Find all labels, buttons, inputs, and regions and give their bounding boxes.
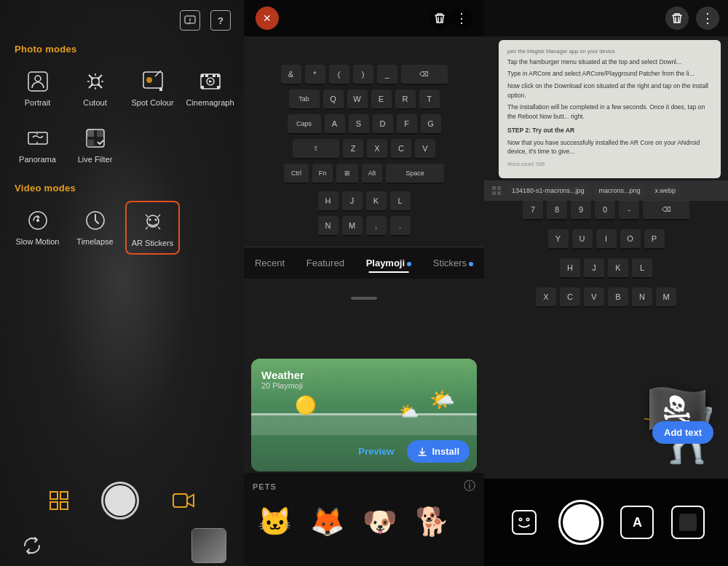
mode-spot-colour[interactable]: Spot Colour bbox=[125, 62, 180, 113]
file-chip-1[interactable]: 134180-s1-macrons...jpg bbox=[507, 186, 589, 196]
key-t: T bbox=[419, 89, 440, 110]
cloud-emoji: ⛅ bbox=[399, 402, 419, 421]
doc-line-3: Type in ARCore and select ARCore/Playgro… bbox=[507, 69, 712, 79]
doc-line-6: STEP 2: Try out the AR bbox=[507, 126, 712, 135]
doc-line-2: Tap the hamburger menu situated at the t… bbox=[507, 57, 712, 67]
svg-rect-31 bbox=[60, 492, 68, 499]
mode-live-filter[interactable]: Live Filter bbox=[68, 119, 122, 170]
svg-rect-34 bbox=[173, 494, 187, 507]
flip-camera-button[interactable] bbox=[17, 531, 47, 560]
ar-stickers-icon bbox=[139, 208, 167, 236]
preview-button[interactable]: Preview bbox=[349, 440, 403, 463]
mode-panorama-label: Panorama bbox=[19, 155, 56, 164]
sticker-mode-button[interactable] bbox=[671, 506, 705, 539]
pet-cat[interactable]: 🐱 bbox=[253, 500, 296, 543]
right-panel: 7 8 9 0 - ⌫ Y U I O P H J K L X C V B N … bbox=[484, 0, 728, 566]
playmoji-card-count: 20 Playmoji bbox=[261, 381, 304, 390]
mode-slow-motion-label: Slow Motion bbox=[16, 237, 60, 246]
grid-button[interactable] bbox=[46, 487, 72, 514]
key-v: V bbox=[415, 139, 435, 159]
timelapse-icon bbox=[82, 207, 109, 234]
mode-slow-motion[interactable]: Slow Motion bbox=[10, 201, 65, 255]
tab-stickers[interactable]: Stickers bbox=[427, 255, 479, 271]
mode-cutout[interactable]: Cutout bbox=[68, 62, 122, 113]
key-7: & bbox=[281, 65, 301, 85]
last-photo-thumbnail[interactable] bbox=[191, 528, 226, 563]
tab-recent[interactable]: Recent bbox=[249, 255, 290, 271]
svg-rect-12 bbox=[201, 74, 204, 77]
right-more-button[interactable]: ⋮ bbox=[696, 7, 719, 30]
key-0: ) bbox=[353, 65, 373, 85]
svg-rect-19 bbox=[28, 132, 47, 144]
svg-rect-22 bbox=[97, 129, 104, 137]
pets-info-icon[interactable]: ⓘ bbox=[464, 479, 475, 494]
svg-rect-13 bbox=[205, 74, 208, 77]
file-chip-3[interactable]: x.webp bbox=[651, 186, 681, 196]
mode-spot-colour-label: Spot Colour bbox=[131, 98, 173, 107]
svg-point-28 bbox=[149, 219, 151, 221]
tab-playmoji[interactable]: Playmoji bbox=[360, 255, 417, 271]
pet-dog1[interactable]: 🐶 bbox=[357, 500, 401, 543]
pets-header: PETS ⓘ bbox=[253, 479, 475, 494]
pet-dog2[interactable]: 🐕 bbox=[410, 500, 454, 543]
text-button-label: A bbox=[633, 515, 642, 530]
mode-cinemagraph[interactable]: Cinemagraph bbox=[183, 62, 237, 113]
video-modes-grid: Slow Motion Timelapse bbox=[0, 201, 244, 258]
mode-timelapse-label: Timelapse bbox=[76, 237, 113, 246]
live-filter-icon bbox=[82, 124, 109, 152]
pet-fox[interactable]: 🦊 bbox=[305, 500, 349, 543]
mode-ar-stickers[interactable]: AR Stickers bbox=[125, 201, 180, 255]
word-count: Word count: 506 bbox=[507, 161, 712, 169]
key-dot: . bbox=[390, 216, 411, 236]
key-H: H bbox=[318, 191, 339, 212]
key-r: R bbox=[395, 89, 416, 110]
key-q: Q bbox=[323, 89, 344, 110]
svg-point-43 bbox=[527, 519, 529, 520]
more-options-button[interactable]: ⋮ bbox=[451, 7, 472, 29]
text-overlay-button[interactable]: A bbox=[620, 506, 654, 539]
key-z: Z bbox=[343, 139, 363, 159]
help-icon[interactable]: ? bbox=[210, 10, 231, 31]
svg-rect-38 bbox=[497, 191, 501, 195]
cinemagraph-icon bbox=[197, 68, 224, 95]
video-modes-title: Video modes bbox=[0, 172, 244, 201]
video-button[interactable] bbox=[168, 485, 199, 516]
emoji-face-button[interactable] bbox=[507, 506, 541, 539]
delete-button[interactable] bbox=[429, 7, 451, 29]
spot-colour-icon bbox=[139, 68, 167, 95]
pets-section: PETS ⓘ 🐱 🦊 🐶 🐕 bbox=[244, 473, 484, 566]
right-bottom-bar: A bbox=[484, 479, 728, 566]
add-text-button[interactable]: Add text bbox=[652, 421, 713, 444]
playmoji-card: Weather 20 Playmoji 🌤️ ⛅ 🟡 Preview Insta… bbox=[251, 359, 477, 471]
doc-line-5: The installation will be completed in a … bbox=[507, 103, 712, 121]
shutter-button[interactable] bbox=[101, 482, 139, 519]
key-9: ( bbox=[329, 65, 349, 85]
pets-title: PETS bbox=[253, 482, 277, 491]
svg-point-8 bbox=[146, 77, 152, 83]
right-shutter-button[interactable] bbox=[558, 500, 604, 545]
svg-rect-7 bbox=[143, 72, 162, 88]
panorama-icon bbox=[24, 124, 52, 152]
key-8: * bbox=[305, 65, 325, 85]
doc-line-4: Now click on the Download icon situated … bbox=[507, 81, 712, 100]
doc-line-7: Now that you have successfully installed… bbox=[507, 138, 712, 157]
key-alt: Alt bbox=[362, 164, 382, 184]
file-chip-2[interactable]: macrons...png bbox=[595, 186, 645, 196]
right-delete-button[interactable] bbox=[665, 7, 689, 30]
mode-timelapse[interactable]: Timelapse bbox=[68, 201, 122, 255]
feedback-icon[interactable] bbox=[180, 10, 200, 31]
svg-line-9 bbox=[155, 71, 161, 76]
svg-rect-33 bbox=[60, 502, 68, 509]
mode-panorama[interactable]: Panorama bbox=[10, 119, 65, 170]
tab-featured[interactable]: Featured bbox=[301, 255, 350, 271]
mode-portrait[interactable]: Portrait bbox=[10, 62, 65, 113]
install-button[interactable]: Install bbox=[407, 440, 470, 463]
taskbar-icon bbox=[491, 186, 502, 196]
close-button[interactable]: ✕ bbox=[256, 7, 279, 30]
photo-modes-title: Photo modes bbox=[0, 31, 244, 62]
ar-sticker-character: 🏴‍☠️ bbox=[633, 355, 721, 464]
playmoji-dot bbox=[407, 262, 411, 266]
key-c: C bbox=[391, 139, 411, 159]
key-shift: ⇧ bbox=[293, 139, 339, 159]
install-label: Install bbox=[432, 446, 459, 457]
